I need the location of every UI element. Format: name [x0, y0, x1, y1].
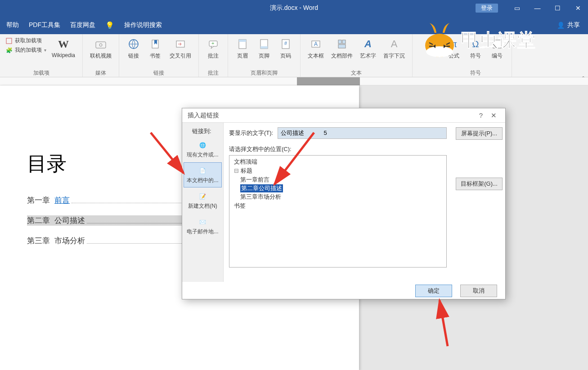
login-button[interactable]: 登录	[476, 4, 498, 13]
watermark-logo: 甲虫课堂	[422, 20, 536, 60]
header-icon	[235, 37, 250, 51]
link-to-label: 链接到:	[192, 127, 211, 135]
file-globe-icon: 🌐	[197, 140, 208, 150]
group-addins-label: 加载项	[4, 68, 79, 78]
crossref-button[interactable]: 交叉引用	[166, 36, 195, 68]
comment-button[interactable]: +批注	[202, 36, 224, 68]
wordart-icon: A	[361, 37, 375, 51]
tree-h1[interactable]: 第一章前言	[232, 175, 444, 184]
svg-rect-9	[239, 40, 246, 42]
tree-headings[interactable]: ⊟ 标题	[232, 166, 444, 175]
group-text-label: 文本	[304, 68, 408, 78]
footer-button[interactable]: 页脚	[253, 36, 275, 68]
group-headerfooter-label: 页眉和页脚	[232, 68, 296, 78]
dialog-close-icon[interactable]: ✕	[487, 111, 500, 120]
svg-rect-1	[96, 42, 106, 48]
toc-title-3: 市场分析	[54, 236, 85, 246]
menu-baidu[interactable]: 百度网盘	[70, 21, 95, 29]
display-text-input[interactable]	[278, 127, 447, 139]
header-button[interactable]: 页眉	[232, 36, 253, 68]
link-icon	[126, 37, 141, 51]
group-symbols-label: 符号	[443, 68, 508, 78]
menu-pdf[interactable]: PDF工具集	[29, 21, 60, 29]
svg-text:+: +	[211, 40, 214, 46]
share-label: 共享	[567, 21, 580, 29]
footer-icon	[257, 37, 271, 51]
menu-help[interactable]: 帮助	[6, 21, 19, 29]
my-addins-button[interactable]: 🧩我的加载项 ▾	[5, 46, 46, 54]
tree-h3[interactable]: 第三章市场分析	[232, 192, 444, 201]
display-text-label: 要显示的文字(T):	[229, 129, 273, 137]
docparts-icon	[335, 37, 349, 51]
close-icon[interactable]: ✕	[568, 0, 588, 16]
watermark-text: 甲虫课堂	[461, 28, 536, 53]
ruler	[0, 77, 588, 85]
svg-point-24	[426, 46, 453, 57]
svg-point-2	[99, 44, 102, 46]
dropcap-icon: A	[387, 37, 401, 51]
wikipedia-icon: W	[56, 37, 71, 51]
select-position-label: 请选择文档中的位置(C):	[229, 145, 447, 153]
group-links-label: 链接	[123, 68, 195, 78]
svg-text:#: #	[284, 40, 287, 46]
person-icon: 👤	[557, 22, 565, 29]
docparts-button[interactable]: 文档部件	[328, 36, 356, 68]
svg-rect-16	[338, 40, 341, 44]
dialog-title: 插入超链接	[188, 111, 219, 120]
textbox-icon: A	[309, 37, 323, 51]
side-this-document[interactable]: 📄本文档中的...	[184, 162, 222, 187]
comment-icon: +	[206, 37, 220, 51]
insert-hyperlink-dialog: 插入超链接 ? ✕ 链接到: 🌐现有文件或... 📄本文档中的... 📝新建文档…	[182, 108, 506, 299]
email-icon: ✉️	[197, 217, 208, 227]
maximize-icon[interactable]: ☐	[548, 0, 568, 16]
dropcap-button[interactable]: A首字下沉	[380, 36, 408, 68]
tree-bookmarks[interactable]: 书签	[232, 201, 444, 210]
share-button[interactable]: 👤 共享	[557, 21, 580, 29]
side-existing-file[interactable]: 🌐现有文件或...	[184, 137, 222, 162]
svg-rect-17	[342, 40, 346, 44]
group-comments-label: 批注	[202, 68, 224, 78]
svg-text:A: A	[314, 41, 318, 47]
collapse-ribbon-icon[interactable]: ˆ	[582, 76, 584, 83]
group-media-label: 媒体	[86, 68, 115, 78]
pagenum-button[interactable]: #页码	[275, 36, 296, 68]
wikipedia-button[interactable]: W Wikipedia	[48, 36, 79, 68]
pagenum-icon: #	[278, 37, 293, 51]
minimize-icon[interactable]: —	[527, 0, 548, 16]
dialog-sidebar: 🌐现有文件或... 📄本文档中的... 📝新建文档(N) ✉️电子邮件地...	[182, 123, 224, 282]
svg-rect-11	[260, 46, 268, 49]
svg-rect-18	[338, 45, 346, 48]
online-video-button[interactable]: 联机视频	[86, 36, 115, 68]
tree-doc-top[interactable]: 文档顶端	[232, 157, 444, 166]
side-email[interactable]: ✉️电子邮件地...	[184, 214, 222, 239]
get-addins-button[interactable]: 获取加载项	[5, 37, 46, 45]
tree-h2-selected[interactable]: 第二章公司描述	[240, 184, 283, 192]
doc-icon: 📄	[197, 166, 208, 176]
bookmark-button[interactable]: 书签	[144, 36, 166, 68]
dialog-help-icon[interactable]: ?	[475, 111, 487, 119]
beetle-icon	[422, 20, 457, 60]
ok-button[interactable]: 确定	[415, 285, 452, 297]
cancel-button[interactable]: 取消	[460, 285, 497, 297]
wordart-button[interactable]: A艺术字	[356, 36, 380, 68]
textbox-button[interactable]: A文本框	[304, 36, 328, 68]
svg-rect-0	[6, 38, 12, 44]
bookmark-icon	[148, 37, 162, 51]
crossref-icon	[173, 37, 188, 51]
toc-title-2: 公司描述	[54, 215, 85, 226]
side-new-document[interactable]: 📝新建文档(N)	[184, 188, 222, 213]
targetframe-button[interactable]: 目标框架(G)...	[456, 178, 503, 190]
toc-link-1[interactable]: 前言	[54, 195, 70, 205]
titlebar: 演示.docx - Word 登录 ▭ — ☐ ✕	[0, 0, 588, 16]
ribbon-display-options-icon[interactable]: ▭	[507, 0, 527, 16]
document-tree[interactable]: 文档顶端 ⊟ 标题 第一章前言 第二章公司描述 第三章市场分析 书签	[229, 155, 447, 267]
lightbulb-icon: 💡	[105, 21, 114, 30]
tell-me-search[interactable]: 操作说明搜索	[124, 21, 162, 29]
video-icon	[94, 37, 108, 51]
link-button[interactable]: 链接	[123, 36, 144, 68]
new-doc-icon: 📝	[197, 192, 208, 201]
screentip-button[interactable]: 屏幕提示(P)...	[456, 127, 503, 140]
